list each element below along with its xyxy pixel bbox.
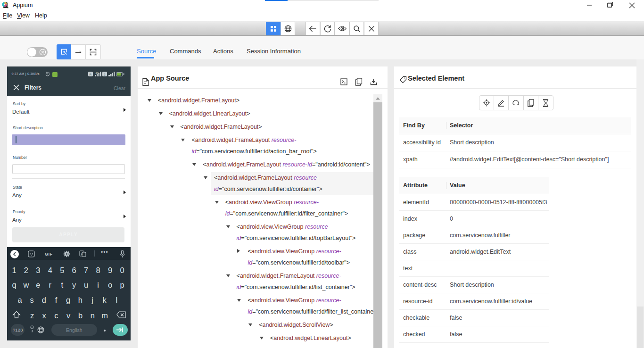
svg-text:R: R [90, 73, 92, 76]
svg-text:4G: 4G [96, 72, 99, 75]
svg-text:a: a [81, 252, 83, 255]
